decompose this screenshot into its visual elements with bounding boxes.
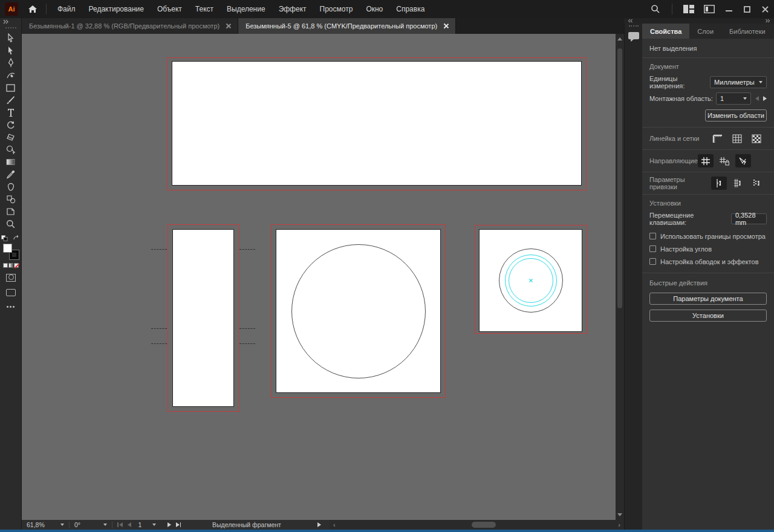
status-menu-arrow[interactable] <box>317 522 321 527</box>
artboard-3[interactable] <box>276 229 441 393</box>
next-artboard-button[interactable] <box>167 522 171 527</box>
scroll-left-arrow[interactable]: ‹ <box>330 521 339 528</box>
close-tab-icon[interactable] <box>443 24 448 28</box>
tools-grip-handle[interactable] <box>5 27 16 28</box>
gradient-swatch-button[interactable] <box>8 263 13 268</box>
shape-builder-tool[interactable] <box>2 144 19 157</box>
show-guides-icon[interactable] <box>698 154 714 167</box>
zoom-tool[interactable] <box>2 218 19 231</box>
scroll-down-arrow[interactable] <box>617 513 622 516</box>
symbols-tool[interactable] <box>2 193 19 206</box>
pen-tool[interactable] <box>2 57 19 70</box>
home-icon[interactable] <box>25 2 40 16</box>
snap-to-point-icon[interactable] <box>711 177 727 190</box>
hand-tool[interactable] <box>2 181 19 193</box>
paintbrush-tool[interactable] <box>2 94 19 107</box>
none-swatch-button[interactable] <box>14 263 19 268</box>
vertical-scrollbar[interactable] <box>616 34 624 520</box>
horizontal-scroll-thumb[interactable] <box>472 522 496 528</box>
previous-artboard-icon[interactable] <box>755 96 759 101</box>
close-tab-icon[interactable] <box>226 24 230 28</box>
minimize-button[interactable] <box>720 2 738 16</box>
vertical-scroll-thumb[interactable] <box>617 48 622 308</box>
menu-effect[interactable]: Эффект <box>279 5 307 13</box>
artboard-1[interactable] <box>172 61 582 186</box>
scale-corners-row: Настройка углов <box>642 242 774 255</box>
edit-artboards-button[interactable]: Изменить области <box>705 109 767 122</box>
menu-type[interactable]: Текст <box>195 5 213 13</box>
units-dropdown[interactable]: Миллиметры <box>710 76 767 88</box>
smart-guides-icon[interactable] <box>735 154 751 167</box>
expand-tools-icon[interactable] <box>0 18 21 25</box>
close-button[interactable] <box>756 2 774 16</box>
artboard-number-combo[interactable]: 1 <box>136 521 163 528</box>
scale-strokes-effects-checkbox[interactable] <box>649 258 656 265</box>
tab-libraries[interactable]: Библиотеки <box>721 24 773 39</box>
artboard-4[interactable] <box>479 229 582 332</box>
selection-tool[interactable] <box>2 32 19 45</box>
snap-to-pixel-icon[interactable] <box>749 177 764 190</box>
first-artboard-button[interactable] <box>117 522 123 527</box>
menu-file[interactable]: Файл <box>57 5 76 13</box>
last-artboard-button[interactable] <box>176 522 181 527</box>
lock-guides-icon[interactable] <box>717 154 732 167</box>
comments-panel-icon[interactable] <box>628 31 640 42</box>
fold-mark <box>151 328 167 329</box>
default-fill-stroke-icon[interactable] <box>1 235 8 241</box>
circle-path[interactable] <box>291 244 426 378</box>
scroll-right-arrow[interactable]: › <box>614 521 624 528</box>
preferences-button[interactable]: Установки <box>649 310 767 322</box>
snap-to-grid-icon[interactable] <box>730 177 746 190</box>
document-tab-1[interactable]: Безымянный-1 @ 32,88 % (RGB/Предваритель… <box>22 18 238 34</box>
screen-mode-icon[interactable] <box>6 289 16 296</box>
type-tool[interactable] <box>2 106 19 119</box>
rotate-tool[interactable] <box>2 119 19 132</box>
menu-edit[interactable]: Редактирование <box>89 5 144 13</box>
tab-properties[interactable]: Свойства <box>642 24 689 39</box>
expand-panel-icon[interactable] <box>765 19 770 23</box>
fill-swatch[interactable] <box>3 244 12 253</box>
menu-view[interactable]: Просмотр <box>320 5 353 13</box>
menu-select[interactable]: Выделение <box>227 5 265 13</box>
gradient-tool[interactable] <box>2 156 19 169</box>
maximize-button[interactable] <box>738 2 756 16</box>
horizontal-scrollbar[interactable]: ‹ › <box>330 520 624 530</box>
next-artboard-icon[interactable] <box>763 96 767 101</box>
transparency-grid-icon[interactable] <box>749 132 764 145</box>
scroll-up-arrow[interactable] <box>617 37 622 41</box>
more-tools-icon[interactable] <box>7 306 15 308</box>
previous-artboard-button[interactable] <box>128 522 131 527</box>
panel-grip-handle[interactable] <box>629 25 639 27</box>
workspace-switcher-icon[interactable] <box>678 1 699 18</box>
menu-object[interactable]: Объект <box>157 5 182 13</box>
document-setup-button[interactable]: Параметры документа <box>649 293 767 305</box>
menu-help[interactable]: Справка <box>396 5 424 13</box>
arrange-documents-icon[interactable] <box>699 1 720 18</box>
tab-layers[interactable]: Слои <box>689 24 721 39</box>
swap-fill-stroke-icon[interactable] <box>13 235 20 241</box>
keyboard-increment-input[interactable]: 0,3528 mm <box>731 213 767 224</box>
canvas-pasteboard[interactable] <box>22 34 616 520</box>
menu-window[interactable]: Окно <box>366 5 383 13</box>
rotation-combo[interactable]: 0° <box>70 520 112 530</box>
grid-icon[interactable] <box>729 132 745 145</box>
artboard-2[interactable] <box>172 229 234 407</box>
artboard-number-dropdown[interactable]: 1 <box>716 92 751 105</box>
direct-selection-tool[interactable] <box>2 45 19 57</box>
curvature-tool[interactable] <box>2 70 19 82</box>
scale-strokes-effects-label: Настройка обводок и эффектов <box>660 258 758 265</box>
eyedropper-tool[interactable] <box>2 169 19 181</box>
artboard-tool[interactable] <box>2 206 19 218</box>
drawing-modes-icon[interactable] <box>6 274 16 282</box>
eraser-tool[interactable] <box>2 131 19 144</box>
scale-corners-checkbox[interactable] <box>649 245 656 252</box>
use-preview-bounds-checkbox[interactable] <box>649 233 656 239</box>
rectangle-tool[interactable] <box>2 82 19 94</box>
zoom-level-combo[interactable]: 61,8% <box>22 520 69 530</box>
search-icon[interactable] <box>645 1 666 18</box>
color-swatch-button[interactable] <box>3 263 8 268</box>
rulers-icon[interactable] <box>710 132 726 145</box>
status-indicator[interactable]: Выделенный фрагмент <box>207 520 326 530</box>
document-tab-2[interactable]: Безымянный-5 @ 61,8 % (CMYK/Предваритель… <box>238 18 456 34</box>
collapse-panel-icon[interactable] <box>628 19 633 23</box>
